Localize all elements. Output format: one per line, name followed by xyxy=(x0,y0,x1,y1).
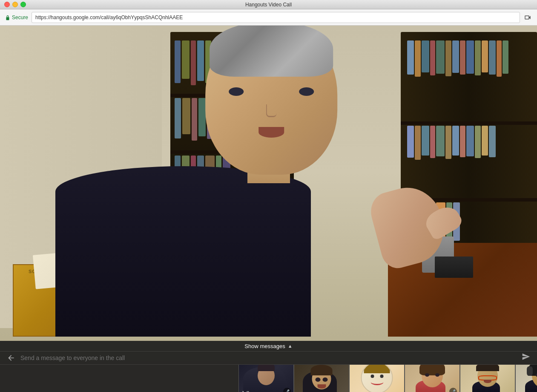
bottom-bar: Show messages ▲ xyxy=(0,341,537,392)
right-shelf-1 xyxy=(407,40,531,117)
p4-hair xyxy=(419,365,445,375)
main-person-head xyxy=(205,26,337,175)
message-input[interactable] xyxy=(20,355,517,361)
participant-thumb-6[interactable] xyxy=(515,365,537,392)
p2-head xyxy=(312,368,331,389)
camera-icon xyxy=(523,13,532,22)
svg-rect-0 xyxy=(6,17,9,20)
title-bar: Hangouts Video Call xyxy=(0,0,537,9)
cartoon-eye-left xyxy=(370,375,374,378)
thumbnails-row: Jeff 🎤 xyxy=(0,365,537,392)
participant-thumb-5[interactable] xyxy=(460,365,515,392)
minimize-button[interactable] xyxy=(12,2,18,7)
participant-thumb-jeff[interactable]: Jeff 🎤 xyxy=(238,365,294,392)
main-person-body xyxy=(55,166,311,337)
lock-icon xyxy=(5,14,10,20)
p5-head xyxy=(477,365,498,387)
p2-video-bg xyxy=(294,365,349,392)
cartoon-eye-right xyxy=(380,375,383,378)
maximize-button[interactable] xyxy=(20,2,26,7)
cartoon-eyes xyxy=(370,375,383,378)
p4-head xyxy=(422,365,443,387)
main-person-hair xyxy=(210,26,333,77)
url-text: https://hangouts.google.com/call/ay6qObh… xyxy=(35,14,183,20)
p5-video-bg xyxy=(460,365,515,392)
right-shelf-2 xyxy=(407,126,531,194)
secure-badge: Secure xyxy=(5,14,28,20)
video-call-area: SONY Show messages ▲ xyxy=(0,26,537,392)
participant-thumb-2[interactable] xyxy=(294,365,349,392)
cartoon-hair xyxy=(364,365,390,373)
url-bar[interactable]: https://hangouts.google.com/call/ay6qObh… xyxy=(32,12,520,23)
show-messages-label: Show messages xyxy=(244,343,285,349)
window-title: Hangouts Video Call xyxy=(245,2,292,8)
address-bar: Secure https://hangouts.google.com/call/… xyxy=(0,9,537,26)
p6-video-bg xyxy=(516,365,537,392)
cartoon-face xyxy=(361,365,393,392)
message-input-row xyxy=(0,352,537,365)
participant-thumb-4[interactable]: 🎤 xyxy=(405,365,460,392)
show-messages-row: Show messages ▲ xyxy=(0,341,537,352)
window-controls xyxy=(4,2,26,7)
send-button[interactable] xyxy=(522,352,530,363)
p6-headphone-left xyxy=(527,366,533,376)
chevron-up-icon: ▲ xyxy=(288,343,293,349)
desk-device-3 xyxy=(435,257,473,278)
close-button[interactable] xyxy=(4,2,10,7)
jeff-head xyxy=(258,366,275,385)
participant-thumb-3[interactable] xyxy=(349,365,405,392)
right-shelf-divider-1 xyxy=(401,121,537,125)
back-button[interactable] xyxy=(7,354,15,362)
p3-video-bg xyxy=(350,365,404,392)
jeff-label: Jeff xyxy=(241,390,249,392)
cartoon-smile xyxy=(370,379,383,385)
secure-label: Secure xyxy=(12,14,28,20)
show-messages-button[interactable]: Show messages ▲ xyxy=(244,343,292,349)
